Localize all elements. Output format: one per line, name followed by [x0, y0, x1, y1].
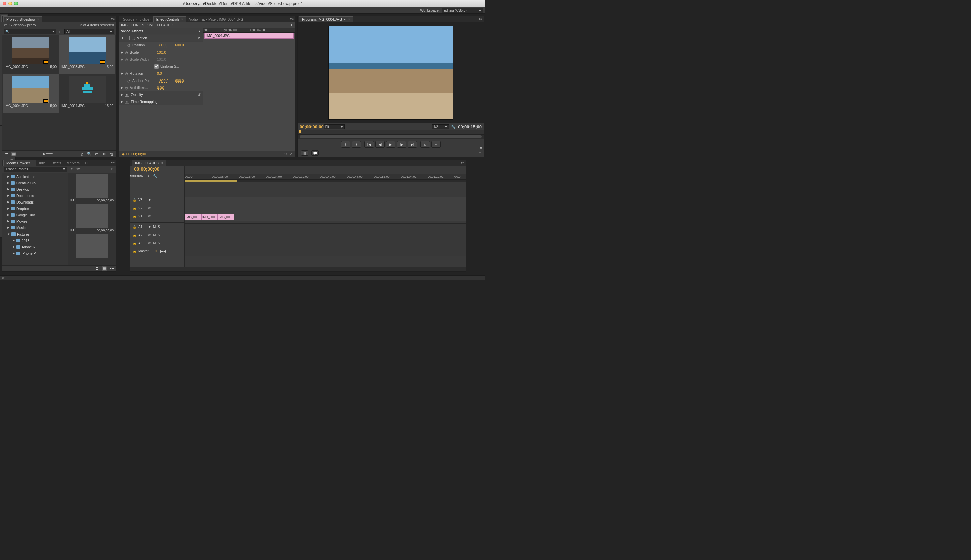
- folder-node[interactable]: ▶Music: [2, 224, 68, 231]
- solo-button[interactable]: S: [158, 225, 160, 229]
- lock-icon[interactable]: 🔒: [132, 242, 136, 245]
- new-item-icon[interactable]: 🗎: [102, 152, 107, 156]
- tab-source[interactable]: Source: (no clips): [120, 16, 154, 22]
- folder-node[interactable]: ▶Movies: [2, 218, 68, 224]
- zoom-slider[interactable]: ▸━: [109, 266, 114, 271]
- media-thumb-item[interactable]: IM...00;00;05;00: [69, 203, 115, 232]
- video-track-header[interactable]: 🔒V3👁: [130, 196, 184, 204]
- media-thumb-item[interactable]: IM...00;00;05;00: [69, 173, 115, 202]
- ec-timeline[interactable]: :0000;00;02;0000;00;04;00 IMG_0004.JPG: [203, 28, 295, 151]
- uniform-scale-checkbox[interactable]: [154, 64, 159, 69]
- anti-flicker-value[interactable]: 0.00: [157, 86, 164, 90]
- timeline-ruler[interactable]: 00;0000;00;08;0000;00;16;0000;00;24;0000…: [185, 174, 466, 180]
- lock-icon[interactable]: 🔒: [132, 225, 136, 229]
- go-to-in-button[interactable]: |◀: [364, 141, 374, 148]
- audio-track-header[interactable]: 🔒A1👁MS: [130, 223, 184, 231]
- close-icon[interactable]: ×: [181, 18, 183, 21]
- mute-button[interactable]: M: [153, 233, 156, 237]
- twisty-icon[interactable]: ▶: [7, 188, 10, 191]
- zoom-slider[interactable]: ▸━━━: [19, 152, 77, 156]
- project-bin-item[interactable]: IMG_0004.JPG5;00: [3, 75, 58, 113]
- toggle-output-icon[interactable]: 👁: [148, 241, 151, 245]
- output-icon[interactable]: ▶◀: [160, 249, 166, 253]
- track-lane-v3[interactable]: [185, 197, 466, 205]
- snap-icon[interactable]: �магnet: [132, 173, 137, 178]
- media-drive-select[interactable]: iPhone Photos: [4, 167, 67, 172]
- twisty-icon[interactable]: ▶: [13, 239, 15, 242]
- list-view-icon[interactable]: ≣: [4, 152, 9, 156]
- toggle-output-icon[interactable]: 👁: [148, 214, 151, 218]
- filter-icon[interactable]: ▿: [71, 167, 73, 172]
- twisty-icon[interactable]: ▶: [7, 207, 10, 210]
- program-resolution-select[interactable]: 1/2: [431, 124, 449, 129]
- timeline-zoom-scroll[interactable]: [130, 267, 466, 271]
- folder-node[interactable]: ▶Adobe R: [2, 243, 68, 250]
- tab-media-browser[interactable]: Media Browser×: [3, 160, 37, 166]
- lock-icon[interactable]: 🔒: [132, 215, 136, 218]
- go-to-out-button[interactable]: ▶|: [408, 141, 417, 148]
- step-forward-button[interactable]: |▶: [397, 141, 406, 148]
- linked-selection-icon[interactable]: ⟲: [139, 173, 144, 178]
- timeline-clip[interactable]: IMG_000: [218, 214, 234, 220]
- track-lane-v2[interactable]: [185, 205, 466, 213]
- import-icon[interactable]: ⟳: [111, 167, 114, 172]
- project-in-select[interactable]: All: [64, 28, 114, 34]
- position-y-value[interactable]: 600.0: [175, 43, 184, 47]
- media-thumbnails[interactable]: IM...00;00;05;00IM...00;00;05;00: [68, 173, 116, 265]
- track-lane-a2[interactable]: [185, 232, 466, 240]
- program-video-output[interactable]: [298, 22, 484, 123]
- stopwatch-icon[interactable]: ◔: [127, 43, 130, 47]
- track-lane-v1[interactable]: IMG_000IMG_000IMG_000: [185, 213, 466, 222]
- project-bin-item[interactable]: IMG_0004.JPG15;00: [59, 75, 115, 113]
- add-button[interactable]: ＋: [478, 150, 483, 156]
- dropdown-icon[interactable]: [343, 18, 346, 20]
- ingest-icon[interactable]: 👁: [76, 167, 80, 171]
- track-lane-a1[interactable]: [185, 224, 466, 232]
- folder-node[interactable]: ▶Dropbox: [2, 205, 68, 212]
- find-icon[interactable]: 🔍: [87, 152, 92, 156]
- position-x-value[interactable]: 800.0: [159, 43, 168, 47]
- timeline-playhead[interactable]: [185, 166, 185, 267]
- tab-project[interactable]: Project: Slideshow×: [3, 16, 42, 22]
- playhead-icon[interactable]: [204, 28, 204, 151]
- comparison-view-button[interactable]: 💬: [311, 150, 319, 156]
- fx-toggle-icon[interactable]: fx: [126, 36, 130, 40]
- twisty-icon[interactable]: ▶: [7, 226, 10, 229]
- audio-track-header[interactable]: 🔒A2👁MS: [130, 231, 184, 239]
- clear-icon[interactable]: 🗑: [109, 152, 114, 156]
- work-area-bar[interactable]: [185, 180, 466, 182]
- ec-clip-bar[interactable]: IMG_0004.JPG: [204, 33, 294, 39]
- lift-button[interactable]: ⎋: [420, 141, 430, 148]
- transform-icon[interactable]: ⬚: [132, 36, 135, 40]
- twisty-icon[interactable]: ▶: [121, 86, 124, 89]
- lock-icon[interactable]: 🔒: [132, 250, 136, 253]
- close-icon[interactable]: ×: [161, 162, 162, 165]
- folder-node[interactable]: ▶Downloads: [2, 199, 68, 205]
- rotation-value[interactable]: 0.0: [157, 72, 162, 75]
- tab-hi[interactable]: Hi: [82, 160, 91, 166]
- ec-nav-icon[interactable]: ↪: [284, 152, 287, 156]
- twisty-icon[interactable]: ▶: [7, 175, 10, 178]
- toggle-output-icon[interactable]: 👁: [148, 206, 151, 210]
- playhead-icon[interactable]: [299, 130, 301, 133]
- mark-in-button[interactable]: {: [341, 141, 350, 148]
- folder-node[interactable]: ▶Documents: [2, 192, 68, 199]
- stopwatch-icon[interactable]: ◔: [125, 50, 128, 54]
- twisty-icon[interactable]: ▶: [7, 220, 10, 223]
- stopwatch-icon[interactable]: ◔: [125, 72, 128, 75]
- reset-icon[interactable]: ↺: [197, 93, 201, 97]
- project-bin-item[interactable]: IMG_0003.JPG5;00: [59, 35, 115, 74]
- reset-icon[interactable]: ↺: [197, 36, 201, 40]
- export-frame-button[interactable]: ▦: [301, 150, 309, 156]
- twisty-icon[interactable]: ▶: [7, 181, 10, 184]
- master-volume[interactable]: 0.0: [154, 249, 159, 253]
- scale-value[interactable]: 100.0: [157, 50, 166, 54]
- play-button[interactable]: ▶: [386, 141, 396, 148]
- track-lane-a3[interactable]: [185, 240, 466, 248]
- collapse-icon[interactable]: ▲: [198, 30, 201, 33]
- anchor-x-value[interactable]: 800.0: [159, 78, 168, 83]
- anchor-y-value[interactable]: 600.0: [175, 78, 184, 83]
- audio-track-header[interactable]: 🔒A3👁MS: [130, 239, 184, 247]
- ec-timecode[interactable]: 00;00;00;00: [127, 152, 146, 156]
- tab-markers[interactable]: Markers: [64, 160, 82, 166]
